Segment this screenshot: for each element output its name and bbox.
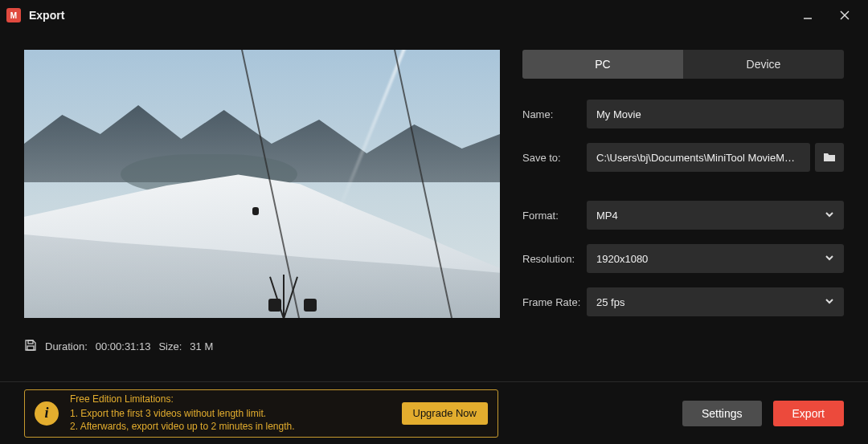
preview-thumbnail: [24, 50, 500, 318]
window-title: Export: [29, 9, 64, 22]
chevron-down-icon: [825, 296, 834, 308]
duration-label: Duration:: [45, 340, 88, 352]
limitations-panel: i Free Edition Limitations: 1. Export th…: [24, 389, 498, 438]
folder-icon: [822, 150, 837, 165]
resolution-select[interactable]: 1920x1080: [587, 244, 844, 273]
format-select[interactable]: MP4: [587, 201, 844, 230]
chevron-down-icon: [825, 210, 834, 222]
upgrade-button[interactable]: Upgrade Now: [402, 402, 489, 425]
minimize-button[interactable]: [791, 3, 825, 27]
name-label: Name:: [522, 108, 587, 120]
tab-pc[interactable]: PC: [522, 50, 683, 79]
format-label: Format:: [522, 210, 587, 222]
export-target-tabs: PC Device: [522, 50, 844, 79]
saveto-input[interactable]: [587, 143, 810, 172]
saveto-label: Save to:: [522, 152, 587, 164]
name-input[interactable]: [587, 100, 844, 128]
size-label: Size:: [158, 340, 182, 352]
resolution-value: 1920x1080: [596, 253, 648, 265]
limitations-line1: 1. Export the first 3 videos without len…: [70, 407, 391, 421]
settings-button[interactable]: Settings: [682, 401, 762, 426]
size-value: 31 M: [190, 340, 213, 352]
chevron-down-icon: [825, 253, 834, 265]
footer: i Free Edition Limitations: 1. Export th…: [0, 381, 868, 444]
duration-value: 00:00:31:13: [96, 340, 151, 352]
save-icon: [24, 339, 37, 354]
file-meta: Duration: 00:00:31:13 Size: 31 M: [24, 339, 500, 354]
svg-rect-4: [27, 346, 34, 350]
framerate-value: 25 fps: [596, 296, 624, 308]
framerate-label: Frame Rate:: [522, 296, 587, 308]
format-value: MP4: [596, 210, 618, 222]
tab-device[interactable]: Device: [683, 50, 844, 79]
resolution-label: Resolution:: [522, 253, 587, 265]
limitations-title: Free Edition Limitations:: [70, 393, 391, 406]
titlebar: M Export: [0, 0, 868, 31]
limitations-line2: 2. Afterwards, export video up to 2 minu…: [70, 420, 391, 434]
info-icon: i: [35, 401, 59, 426]
app-icon: M: [6, 8, 21, 22]
browse-button[interactable]: [815, 143, 844, 172]
export-button[interactable]: Export: [773, 401, 844, 426]
framerate-select[interactable]: 25 fps: [587, 287, 844, 316]
svg-rect-3: [28, 340, 33, 344]
close-button[interactable]: [828, 3, 862, 27]
limitations-text: Free Edition Limitations: 1. Export the …: [70, 393, 391, 434]
